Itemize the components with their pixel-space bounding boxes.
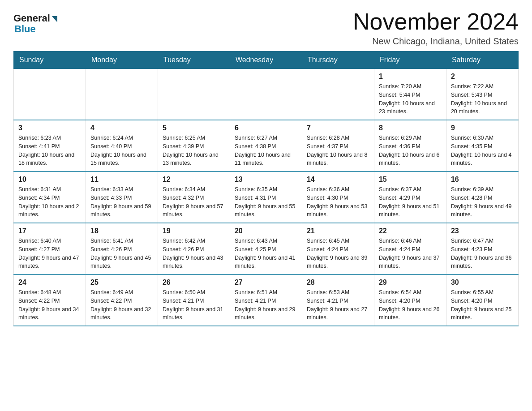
day-number: 26 [163,278,225,287]
day-info: Sunrise: 6:31 AM Sunset: 4:34 PM Dayligh… [18,185,81,219]
day-info: Sunrise: 6:35 AM Sunset: 4:31 PM Dayligh… [235,185,297,219]
calendar-cell: 15Sunrise: 6:37 AM Sunset: 4:29 PM Dayli… [374,171,446,223]
calendar-cell: 10Sunrise: 6:31 AM Sunset: 4:34 PM Dayli… [14,171,86,223]
weekday-header-sunday: Sunday [14,51,86,69]
calendar-cell: 20Sunrise: 6:43 AM Sunset: 4:25 PM Dayli… [230,223,302,274]
calendar-cell [230,69,302,120]
day-number: 19 [163,227,225,235]
logo-general-text: General [13,13,50,24]
logo-blue-text: Blue [14,23,36,35]
day-info: Sunrise: 6:53 AM Sunset: 4:21 PM Dayligh… [307,288,369,322]
day-number: 22 [379,227,442,235]
day-info: Sunrise: 6:50 AM Sunset: 4:21 PM Dayligh… [163,288,225,322]
day-info: Sunrise: 6:27 AM Sunset: 4:38 PM Dayligh… [235,134,297,167]
day-info: Sunrise: 6:28 AM Sunset: 4:37 PM Dayligh… [307,134,369,167]
calendar-cell: 6Sunrise: 6:27 AM Sunset: 4:38 PM Daylig… [230,120,302,171]
calendar-week-row: 10Sunrise: 6:31 AM Sunset: 4:34 PM Dayli… [14,171,519,223]
calendar-cell: 28Sunrise: 6:53 AM Sunset: 4:21 PM Dayli… [302,274,374,326]
calendar-cell [158,69,230,120]
day-info: Sunrise: 6:47 AM Sunset: 4:23 PM Dayligh… [451,237,514,270]
day-number: 6 [235,124,297,132]
day-number: 29 [379,278,442,287]
weekday-header-friday: Friday [374,51,446,69]
page-header: General Blue November 2024 New Chicago, … [13,9,519,47]
weekday-header-thursday: Thursday [302,51,374,69]
day-info: Sunrise: 6:45 AM Sunset: 4:24 PM Dayligh… [307,237,369,270]
calendar-cell: 27Sunrise: 6:51 AM Sunset: 4:21 PM Dayli… [230,274,302,326]
day-info: Sunrise: 6:29 AM Sunset: 4:36 PM Dayligh… [379,134,442,167]
weekday-header-tuesday: Tuesday [158,51,230,69]
calendar-cell: 5Sunrise: 6:25 AM Sunset: 4:39 PM Daylig… [158,120,230,171]
day-info: Sunrise: 6:54 AM Sunset: 4:20 PM Dayligh… [379,288,442,322]
day-number: 20 [235,227,297,235]
day-number: 4 [90,124,153,132]
day-number: 17 [18,227,81,235]
day-info: Sunrise: 6:43 AM Sunset: 4:25 PM Dayligh… [235,237,297,270]
calendar-cell: 9Sunrise: 6:30 AM Sunset: 4:35 PM Daylig… [446,120,518,171]
weekday-header-wednesday: Wednesday [230,51,302,69]
day-number: 11 [90,176,153,184]
day-info: Sunrise: 6:55 AM Sunset: 4:20 PM Dayligh… [451,288,514,322]
calendar-cell: 30Sunrise: 6:55 AM Sunset: 4:20 PM Dayli… [446,274,518,326]
day-number: 10 [18,176,81,184]
day-number: 7 [307,124,369,132]
day-info: Sunrise: 6:48 AM Sunset: 4:22 PM Dayligh… [18,288,81,322]
calendar-cell: 24Sunrise: 6:48 AM Sunset: 4:22 PM Dayli… [14,274,86,326]
calendar-cell: 26Sunrise: 6:50 AM Sunset: 4:21 PM Dayli… [158,274,230,326]
day-number: 5 [163,124,225,132]
location-text: New Chicago, Indiana, United States [353,36,519,47]
weekday-header-monday: Monday [86,51,158,69]
day-number: 13 [235,176,297,184]
month-title: November 2024 [353,9,519,34]
day-number: 12 [163,176,225,184]
day-number: 15 [379,176,442,184]
logo: General Blue [13,13,57,35]
calendar-cell: 4Sunrise: 6:24 AM Sunset: 4:40 PM Daylig… [86,120,158,171]
calendar-cell: 2Sunrise: 7:22 AM Sunset: 5:43 PM Daylig… [446,69,518,120]
day-number: 2 [451,73,514,81]
calendar-cell: 21Sunrise: 6:45 AM Sunset: 4:24 PM Dayli… [302,223,374,274]
calendar-cell: 14Sunrise: 6:36 AM Sunset: 4:30 PM Dayli… [302,171,374,223]
calendar-header: SundayMondayTuesdayWednesdayThursdayFrid… [14,51,519,69]
calendar-week-row: 17Sunrise: 6:40 AM Sunset: 4:27 PM Dayli… [14,223,519,274]
day-info: Sunrise: 6:30 AM Sunset: 4:35 PM Dayligh… [451,134,514,167]
calendar-cell: 3Sunrise: 6:23 AM Sunset: 4:41 PM Daylig… [14,120,86,171]
day-info: Sunrise: 6:41 AM Sunset: 4:26 PM Dayligh… [90,237,153,270]
calendar-week-row: 1Sunrise: 7:20 AM Sunset: 5:44 PM Daylig… [14,69,519,120]
day-number: 28 [307,278,369,287]
day-number: 9 [451,124,514,132]
weekday-header-row: SundayMondayTuesdayWednesdayThursdayFrid… [14,51,519,69]
calendar-table: SundayMondayTuesdayWednesdayThursdayFrid… [13,51,519,326]
logo-arrow-icon [52,16,57,22]
calendar-cell: 25Sunrise: 6:49 AM Sunset: 4:22 PM Dayli… [86,274,158,326]
day-info: Sunrise: 6:51 AM Sunset: 4:21 PM Dayligh… [235,288,297,322]
day-number: 16 [451,176,514,184]
day-number: 8 [379,124,442,132]
calendar-cell: 18Sunrise: 6:41 AM Sunset: 4:26 PM Dayli… [86,223,158,274]
day-info: Sunrise: 6:25 AM Sunset: 4:39 PM Dayligh… [163,134,225,167]
day-number: 3 [18,124,81,132]
day-info: Sunrise: 7:22 AM Sunset: 5:43 PM Dayligh… [451,82,514,116]
calendar-cell: 22Sunrise: 6:46 AM Sunset: 4:24 PM Dayli… [374,223,446,274]
day-info: Sunrise: 6:24 AM Sunset: 4:40 PM Dayligh… [90,134,153,167]
day-info: Sunrise: 6:34 AM Sunset: 4:32 PM Dayligh… [163,185,225,219]
day-info: Sunrise: 6:33 AM Sunset: 4:33 PM Dayligh… [90,185,153,219]
day-number: 23 [451,227,514,235]
calendar-cell: 19Sunrise: 6:42 AM Sunset: 4:26 PM Dayli… [158,223,230,274]
title-block: November 2024 New Chicago, Indiana, Unit… [353,9,519,47]
calendar-cell: 17Sunrise: 6:40 AM Sunset: 4:27 PM Dayli… [14,223,86,274]
calendar-cell: 11Sunrise: 6:33 AM Sunset: 4:33 PM Dayli… [86,171,158,223]
calendar-cell: 12Sunrise: 6:34 AM Sunset: 4:32 PM Dayli… [158,171,230,223]
day-number: 1 [379,73,442,81]
calendar-week-row: 24Sunrise: 6:48 AM Sunset: 4:22 PM Dayli… [14,274,519,326]
day-number: 27 [235,278,297,287]
day-number: 24 [18,278,81,287]
calendar-cell [86,69,158,120]
calendar-cell: 29Sunrise: 6:54 AM Sunset: 4:20 PM Dayli… [374,274,446,326]
day-info: Sunrise: 6:42 AM Sunset: 4:26 PM Dayligh… [163,237,225,270]
day-info: Sunrise: 6:36 AM Sunset: 4:30 PM Dayligh… [307,185,369,219]
day-info: Sunrise: 6:37 AM Sunset: 4:29 PM Dayligh… [379,185,442,219]
day-info: Sunrise: 6:23 AM Sunset: 4:41 PM Dayligh… [18,134,81,167]
day-number: 25 [90,278,153,287]
day-number: 30 [451,278,514,287]
